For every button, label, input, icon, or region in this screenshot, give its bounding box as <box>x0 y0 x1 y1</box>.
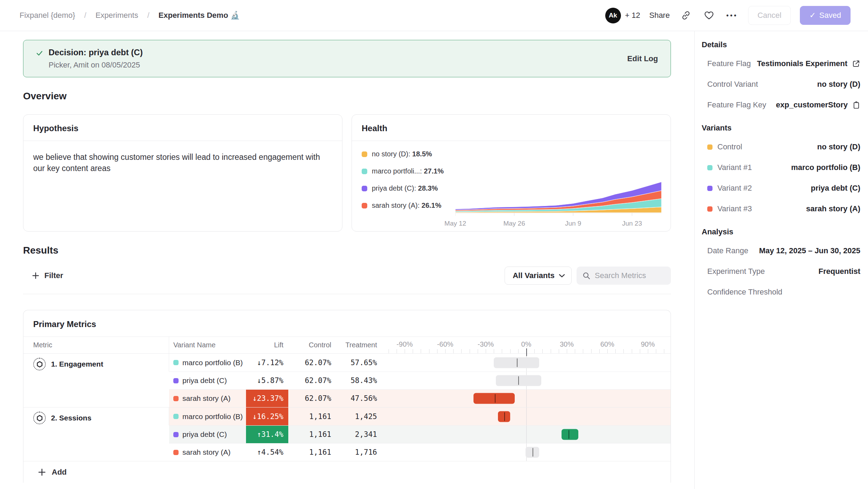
variant-name: marco portfolio (B) <box>182 412 243 421</box>
lift-axis-tick-label: -90% <box>397 340 413 348</box>
lift-axis-tick-label: 90% <box>641 340 655 348</box>
variant-row: Variant #3 sarah story (A) <box>707 204 860 213</box>
add-metric-button[interactable]: Add <box>23 461 671 483</box>
legend-item: no story (D)18.5% <box>362 150 444 158</box>
variant-cell: marco portfolio (B) <box>169 412 246 421</box>
more-options-icon[interactable]: ••• <box>725 8 739 22</box>
health-stacked-area-chart: May 12May 26Jun 9Jun 23 <box>455 178 661 227</box>
experiments-page: Fixpanel {demo} / Experiments / Experime… <box>0 0 868 489</box>
search-icon <box>582 271 591 280</box>
variants-section: Variants Control no story (D) Variant #1… <box>702 123 860 213</box>
table-header: Metric Variant Name Lift Control Treatme… <box>23 337 671 354</box>
main-content: Decision: priya debt (C) Picker, Amit on… <box>0 31 694 489</box>
analysis-row-experiment-type: Experiment Type Frequentist <box>707 267 860 276</box>
metric-name: 2. Sessions <box>51 414 92 422</box>
variants-dropdown[interactable]: All Variants <box>505 267 572 285</box>
legend-item: marco portfoli...27.1% <box>362 167 444 175</box>
metric-name: 1. Engagement <box>51 360 103 368</box>
details-sidebar: Details Feature Flag Testimonials Experi… <box>694 31 868 489</box>
variant-color-dot <box>707 206 713 212</box>
top-bar: Fixpanel {demo} / Experiments / Experime… <box>0 0 868 31</box>
x-axis-tick-label: May 26 <box>503 220 525 227</box>
control-value: 62.07% <box>288 376 331 385</box>
detail-row-feature-flag: Feature Flag Testimonials Experiment <box>707 59 860 68</box>
lift-axis-tick-label: 30% <box>560 340 574 348</box>
breadcrumb-separator: / <box>147 11 149 20</box>
saved-button[interactable]: ✓Saved <box>800 6 851 25</box>
hypothesis-title: Hypothesis <box>23 115 342 141</box>
metric-variant-row[interactable]: sarah story (A)↓23.37%62.07%47.56% <box>169 389 671 407</box>
variant-cell: sarah story (A) <box>169 448 246 456</box>
legend-item: sarah story (A)26.1% <box>362 201 444 210</box>
variant-color-dot <box>173 414 179 419</box>
overview-heading: Overview <box>23 91 694 102</box>
feature-flag-link[interactable]: Testimonials Experiment <box>757 59 847 68</box>
confidence-interval-cell <box>377 390 671 407</box>
variant-cell: priya debt (C) <box>169 430 246 439</box>
legend-item: priya debt (C)28.3% <box>362 184 444 192</box>
lift-axis-tick-label: 0% <box>521 340 531 348</box>
health-title: Health <box>352 115 671 141</box>
variant-color-dot <box>173 396 179 401</box>
variant-color-dot <box>707 165 713 170</box>
confidence-interval-cell <box>377 408 671 425</box>
confidence-interval-cell <box>377 426 671 443</box>
details-section: Details Feature Flag Testimonials Experi… <box>702 40 860 109</box>
collaborators-count[interactable]: + 12 <box>625 11 640 20</box>
legend-swatch <box>362 186 367 191</box>
x-axis-tick-label: Jun 9 <box>565 220 581 227</box>
metric-variant-row[interactable]: marco portfolio (B)↓7.12%62.07%57.65% <box>169 354 671 371</box>
copy-clipboard-icon[interactable] <box>852 101 860 109</box>
treatment-value: 58.43% <box>331 376 377 385</box>
treatment-value: 47.56% <box>331 394 377 403</box>
lift-value: ↓16.25% <box>246 408 288 425</box>
legend-swatch <box>362 203 367 208</box>
column-header-treatment: Treatment <box>331 341 377 349</box>
lift-value: ↑4.54% <box>246 444 288 461</box>
detail-row-control-variant: Control Variant no story (D) <box>707 80 860 89</box>
results-controls: Filter All Variants <box>23 267 671 285</box>
variants-heading: Variants <box>702 123 860 133</box>
control-value: 62.07% <box>288 359 331 367</box>
health-card: Health no story (D)18.5% marco portfoli.… <box>352 114 671 232</box>
variant-color-dot <box>173 450 179 455</box>
metric-target-icon <box>33 358 46 370</box>
detail-row-feature-flag-key: Feature Flag Key exp_customerStory <box>707 100 860 109</box>
confidence-interval-cell <box>377 444 671 461</box>
search-metrics-box[interactable] <box>577 267 671 285</box>
add-filter-button[interactable]: Filter <box>23 271 63 280</box>
breadcrumb: Fixpanel {demo} / Experiments / Experime… <box>20 11 240 20</box>
external-link-icon[interactable] <box>852 59 860 68</box>
variant-name: marco portfolio (B) <box>182 359 243 367</box>
breadcrumb-project[interactable]: Fixpanel {demo} <box>20 11 75 20</box>
lift-point-marker <box>533 448 533 457</box>
cancel-button[interactable]: Cancel <box>748 6 791 25</box>
favorite-heart-icon[interactable] <box>702 8 716 22</box>
copy-link-icon[interactable] <box>679 8 693 22</box>
variant-color-dot <box>173 360 179 365</box>
lift-point-marker <box>504 412 505 421</box>
metric-variant-row[interactable]: sarah story (A)↑4.54%1,1611,716 <box>169 443 671 461</box>
variant-cell: priya debt (C) <box>169 376 246 385</box>
results-heading: Results <box>23 245 694 256</box>
avatar[interactable]: Ak <box>605 8 621 23</box>
x-axis-tick-label: May 12 <box>444 220 466 227</box>
plus-icon <box>31 271 40 280</box>
decision-subtitle: Picker, Amit on 08/05/2025 <box>49 61 143 70</box>
share-button[interactable]: Share <box>649 11 670 20</box>
lift-value: ↓5.87% <box>246 372 288 389</box>
metric-variant-row[interactable]: marco portfolio (B)↓16.25%1,1611,425 <box>169 408 671 425</box>
breadcrumb-experiments[interactable]: Experiments <box>95 11 138 20</box>
metric-target-icon <box>33 412 46 424</box>
analysis-row-confidence-threshold: Confidence Threshold <box>707 288 860 297</box>
metric-variant-row[interactable]: priya debt (C)↓5.87%62.07%58.43% <box>169 371 671 389</box>
health-legend: no story (D)18.5% marco portfoli...27.1%… <box>362 150 444 210</box>
search-metrics-input[interactable] <box>595 271 665 280</box>
variant-row: Control no story (D) <box>707 142 860 151</box>
metric-variant-row[interactable]: priya debt (C)↑31.4%1,1612,341 <box>169 425 671 443</box>
decision-banner: Decision: priya debt (C) Picker, Amit on… <box>23 40 671 77</box>
chevron-down-icon <box>559 274 565 278</box>
edit-log-button[interactable]: Edit Log <box>627 54 658 63</box>
breadcrumb-separator: / <box>84 11 86 20</box>
variant-color-dot <box>707 144 713 150</box>
